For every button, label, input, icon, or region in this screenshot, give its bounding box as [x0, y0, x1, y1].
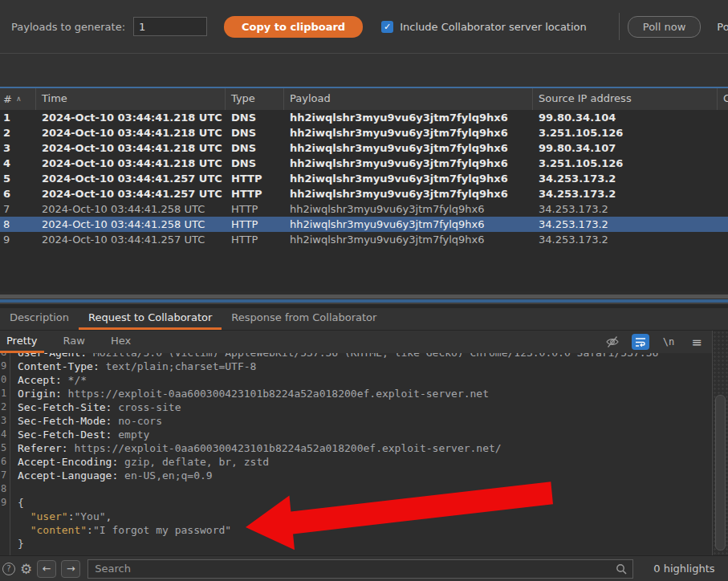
previous-match-button[interactable]: ← [37, 560, 56, 578]
cell-type: DNS [226, 125, 284, 140]
include-server-location-label: Include Collaborator server location [400, 21, 587, 33]
code-line: 3Sec-Fetch-Mode: no-cors [0, 414, 712, 428]
code-lines: 8User-Agent: Mozilla/5.0 (Victim) AppleW… [0, 353, 712, 551]
tab-pretty[interactable]: Pretty [0, 331, 44, 353]
tab-raw[interactable]: Raw [57, 331, 92, 353]
cell-num: 2 [0, 125, 36, 140]
cell-time: 2024-Oct-10 03:44:41.258 UTC [36, 217, 226, 232]
cell-num: 4 [0, 156, 36, 171]
copy-to-clipboard-button[interactable]: Copy to clipboard [224, 16, 363, 38]
line-number: 9 [1, 360, 6, 373]
table-row[interactable]: 62024-Oct-10 03:44:41.257 UTCHTTPhh2iwql… [0, 186, 728, 201]
line-number: 4 [1, 428, 6, 441]
table-row[interactable]: 52024-Oct-10 03:44:41.257 UTCHTTPhh2iwql… [0, 171, 728, 186]
payloads-count-input[interactable] [133, 17, 207, 36]
cell-num: 6 [0, 186, 36, 201]
cell-num: 7 [0, 201, 36, 217]
tab-response-from-collaborator[interactable]: Response from Collaborator [222, 308, 386, 330]
column-header-payload[interactable]: Payload [284, 88, 533, 110]
cell-payload: hh2iwqlshr3myu9vu6y3jtm7fylq9hx6 [284, 156, 533, 171]
table-row[interactable]: 32024-Oct-10 03:44:41.218 UTCDNShh2iwqls… [0, 140, 728, 156]
line-number: 6 [1, 455, 6, 469]
word-wrap-icon[interactable] [632, 334, 649, 350]
code-line: 9{ [0, 496, 712, 510]
cell-ip: 34.253.173.2 [533, 232, 718, 247]
cell-type: HTTP [226, 217, 284, 232]
cell-type: HTTP [226, 171, 284, 186]
cell-ip: 99.80.34.107 [533, 140, 718, 156]
code-line: "content":"I forgot my password" [0, 523, 712, 537]
cell-time: 2024-Oct-10 03:44:41.218 UTC [36, 140, 226, 156]
cell-ip: 34.253.173.2 [533, 201, 718, 217]
table-row[interactable]: 82024-Oct-10 03:44:41.258 UTCHTTPhh2iwql… [0, 217, 728, 232]
line-number: 7 [1, 469, 6, 482]
column-header-type[interactable]: Type [226, 88, 284, 110]
line-number: 8 [1, 353, 6, 360]
pane-splitter[interactable] [0, 291, 728, 308]
cell-num: 1 [0, 110, 36, 125]
tab-description[interactable]: Description [0, 308, 79, 330]
code-line: 6Accept-Encoding: gzip, deflate, br, zst… [0, 455, 712, 469]
gear-icon[interactable]: ⚙ [20, 561, 32, 577]
collaborator-toolbar: Payloads to generate: Copy to clipboard … [0, 0, 728, 54]
next-match-button[interactable]: → [61, 560, 80, 578]
newline-toggle-icon[interactable]: \n [660, 334, 677, 350]
sort-ascending-icon: ∧ [16, 95, 22, 103]
cell-time: 2024-Oct-10 03:44:41.258 UTC [36, 201, 226, 217]
hide-nonprintable-icon[interactable] [604, 334, 621, 350]
cell-payload: hh2iwqlshr3myu9vu6y3jtm7fylq9hx6 [284, 186, 533, 201]
line-number: 9 [1, 496, 6, 510]
code-line: 2Sec-Fetch-Site: cross-site [0, 400, 712, 414]
code-line: 8 [0, 482, 712, 496]
cell-num: 3 [0, 140, 36, 156]
cell-num: 9 [0, 232, 36, 247]
cell-type: HTTP [226, 232, 284, 247]
cell-ip: 99.80.34.104 [533, 110, 718, 125]
column-header-num[interactable]: #∧ [0, 88, 36, 110]
scrollbar-thumb[interactable] [715, 395, 726, 551]
cell-payload: hh2iwqlshr3myu9vu6y3jtm7fylq9hx6 [284, 232, 533, 247]
search-input[interactable] [87, 559, 633, 579]
editor-scrollbar[interactable] [712, 331, 728, 555]
tab-request-to-collaborator[interactable]: Request to Collaborator [79, 308, 222, 330]
line-number: 1 [1, 387, 6, 400]
help-icon[interactable]: ? [2, 563, 15, 575]
cell-ip: 3.251.105.126 [533, 125, 718, 140]
code-line: 9Content-Type: text/plain;charset=UTF-8 [0, 360, 712, 373]
table-row[interactable]: 22024-Oct-10 03:44:41.218 UTCDNShh2iwqls… [0, 125, 728, 140]
cell-payload: hh2iwqlshr3myu9vu6y3jtm7fylq9hx6 [284, 217, 533, 232]
cell-type: HTTP [226, 201, 284, 217]
code-line: 1Origin: https://exploit-0aa600300423101… [0, 387, 712, 400]
payloads-to-generate-label: Payloads to generate: [11, 21, 125, 33]
cell-payload: hh2iwqlshr3myu9vu6y3jtm7fylq9hx6 [284, 140, 533, 156]
include-server-location-checkbox[interactable]: ✓ [381, 21, 393, 33]
code-line: 0Accept: */* [0, 373, 712, 387]
cell-time: 2024-Oct-10 03:44:41.257 UTC [36, 186, 226, 201]
cell-payload: hh2iwqlshr3myu9vu6y3jtm7fylq9hx6 [284, 110, 533, 125]
tab-hex[interactable]: Hex [104, 331, 137, 353]
code-line: 4Sec-Fetch-Dest: empty [0, 428, 712, 441]
table-row[interactable]: 92024-Oct-10 03:44:41.257 UTCHTTPhh2iwql… [0, 232, 728, 247]
polling-automatically-label[interactable]: Polling au [717, 21, 728, 33]
poll-now-button[interactable]: Poll now [628, 16, 702, 38]
detail-tab-bar: Description Request to Collaborator Resp… [0, 308, 728, 331]
search-icon [616, 563, 627, 577]
table-row[interactable]: 42024-Oct-10 03:44:41.218 UTCDNShh2iwqls… [0, 156, 728, 171]
editor-search-bar: ? ⚙ ← → 0 highlights [0, 555, 728, 581]
table-row[interactable]: 72024-Oct-10 03:44:41.258 UTCHTTPhh2iwql… [0, 201, 728, 217]
code-line: } [0, 537, 712, 551]
cell-type: DNS [226, 140, 284, 156]
cell-time: 2024-Oct-10 03:44:41.218 UTC [36, 125, 226, 140]
cell-type: DNS [226, 110, 284, 125]
table-row[interactable]: 12024-Oct-10 03:44:41.218 UTCDNShh2iwqls… [0, 110, 728, 125]
cell-ip: 3.251.105.126 [533, 156, 718, 171]
editor-menu-icon[interactable]: ≡ [688, 334, 706, 350]
line-number: 8 [1, 482, 6, 496]
column-header-source-ip[interactable]: Source IP address [533, 88, 718, 110]
request-editor[interactable]: 8User-Agent: Mozilla/5.0 (Victim) AppleW… [0, 353, 712, 555]
column-header-time[interactable]: Time [36, 88, 226, 110]
column-header-comment[interactable]: C [718, 88, 728, 110]
code-line: 5Referer: https://exploit-0aa60030042310… [0, 441, 712, 455]
interactions-table: #∧ Time Type Payload Source IP address C… [0, 87, 728, 291]
cell-type: DNS [226, 156, 284, 171]
